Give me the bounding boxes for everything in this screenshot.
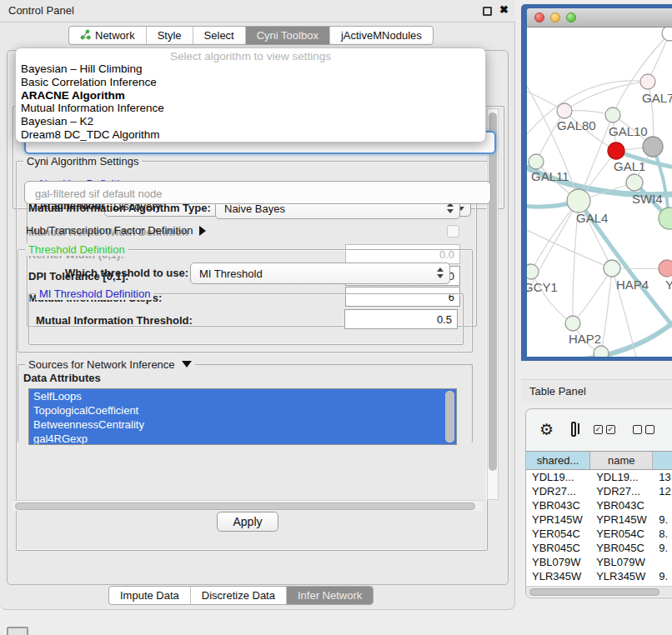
table-row[interactable]: YER054CYER054C8. <box>526 527 672 541</box>
node-GAL4[interactable] <box>567 189 590 212</box>
network-window-titlebar <box>527 8 672 28</box>
control-panel-tabs: NetworkStyleSelectCyni ToolboxjActiveMNo… <box>68 26 434 45</box>
table-cell: YLR345W <box>526 569 590 583</box>
tab-discretize-data[interactable]: Discretize Data <box>190 587 286 604</box>
attributes-scrollbar-thumb[interactable] <box>445 391 454 442</box>
table-cell: 9. <box>653 569 672 583</box>
column-header-clipped[interactable] <box>653 452 672 469</box>
tab-label: Select <box>204 29 234 42</box>
network-canvas[interactable]: GAL7GAL80GAL10GAL1SWI4GAL11GAL4GCY1HAP4Y… <box>527 28 672 357</box>
node-HAP4[interactable] <box>604 260 620 277</box>
zoom-traffic-light-icon[interactable] <box>566 12 576 22</box>
node-GCY1[interactable] <box>527 264 539 279</box>
tab-cyni-toolbox[interactable]: Cyni Toolbox <box>245 27 329 44</box>
attribute-item-topologicalcoefficient[interactable]: TopologicalCoefficient <box>29 403 456 418</box>
table-horizontal-scrollbar-thumb[interactable] <box>529 588 659 596</box>
node-GAL10[interactable] <box>605 108 620 122</box>
sources-expander[interactable]: Sources for Network Inference <box>25 358 195 371</box>
node-GAL11[interactable] <box>529 154 544 169</box>
node-GAL7[interactable] <box>640 74 655 89</box>
algorithm-option-basic-correlation-inference[interactable]: Basic Correlation Inference <box>16 76 485 89</box>
node-label-GAL1: GAL1 <box>614 159 645 173</box>
table-row[interactable]: YBR045CYBR045C9. <box>526 541 672 555</box>
hub-transcription-factor-expander[interactable]: Hub/Transcription Factor Definition <box>26 224 206 237</box>
table-cell: YDL19... <box>590 470 653 484</box>
which-threshold-combobox[interactable]: MI Threshold <box>190 262 450 284</box>
cyni-algorithm-settings-title: Cyni Algorithm Settings <box>23 155 142 168</box>
columns-icon[interactable] <box>571 422 576 437</box>
table-row[interactable]: YPR145WYPR145W9. <box>526 512 672 527</box>
table-row[interactable]: YDR27...YDR27...12 <box>526 484 672 498</box>
table-cell: YPR145W <box>590 512 653 527</box>
apply-button[interactable]: Apply <box>217 512 278 532</box>
table-cell: YBL079W <box>526 555 590 569</box>
settings-horizontal-scrollbar-thumb[interactable] <box>15 502 475 510</box>
tab-network[interactable]: Network <box>69 27 146 44</box>
threshold-definition-group: Threshold Definition Which threshold to … <box>18 249 473 352</box>
tab-label: Discretize Data <box>202 589 275 602</box>
table-row[interactable]: YDL19...YDL19...13 <box>526 470 672 484</box>
table-cell: 9. <box>653 541 672 555</box>
node-top-partial[interactable] <box>662 28 672 41</box>
node-label-HAP4: HAP4 <box>616 278 649 292</box>
deselect-all-icon[interactable] <box>633 425 654 434</box>
float-window-icon[interactable] <box>483 7 492 16</box>
table-cell: YER054C <box>590 527 653 541</box>
settings-vertical-scrollbar <box>487 108 499 500</box>
network-edge[interactable] <box>564 82 648 111</box>
manual-kernel-width-checkbox[interactable] <box>447 225 459 238</box>
network-edge[interactable] <box>573 268 612 323</box>
node-SWI4[interactable] <box>626 174 643 191</box>
node-HAP2[interactable] <box>565 316 580 331</box>
table-panel-body: ⚙ ✓✓ shared...name YDL19...YDL19...13YDR… <box>525 408 672 598</box>
table-cell: YBR045C <box>590 541 653 555</box>
network-edge[interactable] <box>531 201 579 272</box>
algorithm-option-dream8-dc-tdc-algorithm[interactable]: Dream8 DC_TDC Algorithm <box>16 128 485 142</box>
data-attributes-list[interactable]: SelfLoopsTopologicalCoefficientBetweenne… <box>28 388 457 445</box>
tab-style[interactable]: Style <box>146 27 193 44</box>
node-GAL80[interactable] <box>557 103 572 118</box>
combo-arrows-icon <box>437 268 444 278</box>
close-traffic-light-icon[interactable] <box>534 12 544 22</box>
table-row[interactable]: YBL079WYBL079W <box>526 555 672 569</box>
node-label-SWI4: SWI4 <box>632 192 663 206</box>
table-cell: 12 <box>653 484 672 498</box>
algorithm-option-bayesian-hill-climbing[interactable]: Bayesian – Hill Climbing <box>16 62 485 76</box>
close-icon[interactable]: ✖ <box>499 3 509 16</box>
mi-threshold-definition-group: MI Threshold Definition Mutual Informati… <box>28 293 464 345</box>
tab-jactivemnodules[interactable]: jActiveMNodules <box>329 27 433 44</box>
network-tab-icon <box>80 29 91 42</box>
table-row[interactable]: YLR345WYLR345W9. <box>526 569 672 583</box>
expanded-arrow-icon <box>182 361 192 368</box>
minimize-traffic-light-icon[interactable] <box>550 12 560 22</box>
mi-threshold-definition-title: MI Threshold Definition <box>36 288 153 300</box>
hub-expander-label: Hub/Transcription Factor Definition <box>26 224 193 237</box>
gear-icon[interactable]: ⚙ <box>539 422 554 438</box>
mi-threshold-field[interactable] <box>344 309 458 329</box>
algorithm-option-bayesian-k2[interactable]: Bayesian – K2 <box>16 115 485 128</box>
table-panel-title: Table Panel <box>529 385 586 398</box>
tab-select[interactable]: Select <box>193 27 245 44</box>
tab-infer-network[interactable]: Infer Network <box>286 587 373 604</box>
column-header-shared-[interactable]: shared... <box>526 452 590 469</box>
network-edge[interactable] <box>601 268 612 353</box>
table-row[interactable]: YBR043CYBR043C <box>526 498 672 512</box>
attribute-item-selfloops[interactable]: SelfLoops <box>29 389 456 403</box>
network-selector-combobox[interactable]: gal-filtered sif default node <box>24 181 491 204</box>
algorithm-option-aracne-algorithm[interactable]: ARACNE Algorithm <box>16 89 485 102</box>
column-header-name[interactable]: name <box>590 452 653 469</box>
attribute-item-betweennesscentrality[interactable]: BetweennessCentrality <box>29 418 456 432</box>
floating-panel-icon[interactable] <box>7 627 28 635</box>
node-bottom-partial[interactable] <box>594 346 609 357</box>
node-GAL1[interactable] <box>608 142 624 159</box>
settings-vertical-scrollbar-thumb[interactable] <box>489 112 497 471</box>
node-gray-node[interactable] <box>643 137 663 157</box>
algorithm-option-mutual-information-inference[interactable]: Mutual Information Inference <box>16 102 485 115</box>
node-table: shared...name YDL19...YDL19...13YDR27...… <box>526 451 672 598</box>
node-pink-right[interactable] <box>659 260 672 277</box>
tab-impute-data[interactable]: Impute Data <box>109 587 190 604</box>
attribute-item-gal4rgexp[interactable]: gal4RGexp <box>29 432 456 445</box>
cyni-bottom-tabs: Impute DataDiscretize DataInfer Network <box>108 586 374 605</box>
select-all-icon[interactable]: ✓✓ <box>594 425 615 434</box>
node-label-GAL80: GAL80 <box>557 118 596 132</box>
